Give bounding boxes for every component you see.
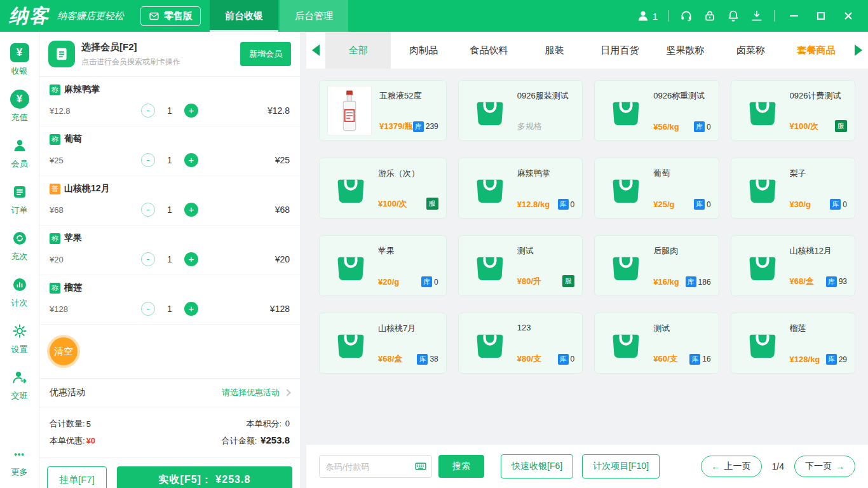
next-page-button[interactable]: 下一页 xyxy=(794,456,855,477)
product-bag-icon xyxy=(323,170,378,207)
support-button[interactable] xyxy=(680,10,693,22)
keyboard-icon[interactable] xyxy=(414,460,427,473)
cart-item[interactable]: 普 山核桃12月 ¥68 1 ¥68 xyxy=(39,176,300,226)
quick-pay-button[interactable]: 快速收银[F6] xyxy=(501,454,573,478)
increase-qty-button[interactable] xyxy=(184,153,198,167)
sidebar-item-recharge-times[interactable]: 充次 xyxy=(0,222,39,269)
sidebar-item-orders[interactable]: 订单 xyxy=(0,176,39,222)
product-card[interactable]: 五粮液52度 ¥1379/瓶 库 239 xyxy=(319,80,447,141)
pay-button[interactable]: 实收[F5]： ¥253.8 xyxy=(117,466,292,488)
tab-front-cashier[interactable]: 前台收银 xyxy=(210,0,278,32)
product-card[interactable]: 测试 ¥80/升 服 xyxy=(458,235,583,296)
decrease-qty-button[interactable] xyxy=(141,302,155,316)
stock-count: 186 xyxy=(698,278,711,287)
scroll-categories-right-button[interactable] xyxy=(849,32,868,69)
category-tab[interactable]: 坚果散称 xyxy=(653,32,718,69)
edition-badge[interactable]: 零售版 xyxy=(140,6,201,26)
cart-item-price: ¥68 xyxy=(50,205,107,215)
notifications-button[interactable] xyxy=(727,10,740,22)
clear-cart-button[interactable]: 清空 xyxy=(47,335,80,368)
shift-change-icon xyxy=(10,368,29,387)
product-note: 多规格 xyxy=(517,121,542,132)
cart-item[interactable]: 称 苹果 ¥20 1 ¥20 xyxy=(39,226,300,275)
product-card[interactable]: 山核桃7月 ¥68/盒 库 38 xyxy=(319,313,447,374)
sidebar-item-shift-change[interactable]: 交班 xyxy=(0,362,39,408)
qty-stepper: 1 xyxy=(107,252,233,266)
product-card[interactable]: 苹果 ¥20/g 库 0 xyxy=(319,235,447,296)
category-tab[interactable]: 日用百货 xyxy=(587,32,653,69)
cart-item[interactable]: 称 麻辣鸭掌 ¥12.8 1 ¥12.8 xyxy=(39,77,300,126)
product-card[interactable]: 游乐（次） ¥100/次 服 xyxy=(319,158,447,219)
product-bag-icon xyxy=(323,247,378,284)
product-card[interactable]: 0926计费测试 ¥100/次 服 xyxy=(731,80,855,141)
product-card[interactable]: 山核桃12月 ¥68/盒 库 93 xyxy=(731,235,855,296)
stock-badge: 库 xyxy=(558,354,569,365)
maximize-button[interactable] xyxy=(813,8,829,24)
search-button[interactable]: 搜索 xyxy=(438,455,484,478)
stock-badge: 库 xyxy=(826,354,837,365)
product-price: ¥56/kg xyxy=(653,122,679,132)
decrease-qty-button[interactable] xyxy=(141,104,155,118)
sidebar-item-count-times[interactable]: 计次 xyxy=(0,269,39,315)
product-card[interactable]: 榴莲 ¥128/kg 库 29 xyxy=(731,313,855,374)
prev-page-button[interactable]: 上一页 xyxy=(701,456,762,477)
product-card[interactable]: 梨子 ¥30/g 库 0 xyxy=(731,158,855,219)
chevron-left-icon xyxy=(312,44,320,56)
product-bag-icon xyxy=(463,170,517,207)
sidebar-item-label: 订单 xyxy=(11,205,28,216)
sidebar-item-member[interactable]: 会员 xyxy=(0,130,39,176)
product-name: 麻辣鸭掌 xyxy=(517,168,574,179)
sidebar-item-settings[interactable]: 设置 xyxy=(0,315,39,362)
online-users-button[interactable]: 1 xyxy=(637,10,658,22)
qty-value: 1 xyxy=(155,105,184,116)
product-name: 测试 xyxy=(653,323,710,334)
add-member-button[interactable]: 新增会员 xyxy=(240,42,291,66)
member-select-header[interactable]: 选择会员[F2] 点击进行会员搜索或刷卡操作 新增会员 xyxy=(39,32,300,77)
category-tab[interactable]: 服装 xyxy=(522,32,587,69)
cart-item[interactable]: 称 葡萄 ¥25 1 ¥25 xyxy=(39,126,300,176)
recharge-icon xyxy=(10,90,29,109)
count-item-button[interactable]: 计次项目[F10] xyxy=(582,454,660,478)
increase-qty-button[interactable] xyxy=(184,302,198,316)
product-card[interactable]: 麻辣鸭掌 ¥12.8/kg 库 0 xyxy=(458,158,583,219)
decrease-qty-button[interactable] xyxy=(141,153,155,167)
increase-qty-button[interactable] xyxy=(184,252,198,266)
top-tabs: 前台收银 后台管理 xyxy=(210,0,349,32)
stock-badge: 库 xyxy=(413,121,424,132)
product-card[interactable]: 后腿肉 ¥16/kg 库 186 xyxy=(594,235,719,296)
increase-qty-button[interactable] xyxy=(184,203,198,217)
stock-count: 0 xyxy=(707,123,711,132)
product-card[interactable]: 0926称重测试 ¥56/kg 库 0 xyxy=(594,80,719,141)
product-card[interactable]: 123 ¥80/支 库 0 xyxy=(458,313,583,374)
sidebar-item-cashier[interactable]: 收银 xyxy=(0,37,39,83)
category-tab[interactable]: 肉制品 xyxy=(391,32,456,69)
lock-screen-button[interactable] xyxy=(703,10,716,22)
product-name: 山核桃7月 xyxy=(378,323,438,334)
download-button[interactable] xyxy=(750,10,763,22)
stock-count: 0 xyxy=(843,200,847,209)
sidebar-item-label: 充次 xyxy=(11,251,28,262)
tab-back-admin[interactable]: 后台管理 xyxy=(280,0,348,32)
cart-item-price: ¥20 xyxy=(50,255,107,264)
category-tab[interactable]: 卤菜称 xyxy=(718,32,783,69)
cart-item[interactable]: 称 榴莲 ¥128 1 ¥128 xyxy=(39,275,300,325)
product-card[interactable]: 0926服装测试 多规格 xyxy=(458,80,583,141)
promo-label: 优惠活动 xyxy=(50,387,85,398)
category-tab-combo[interactable]: 套餐商品 xyxy=(783,32,849,69)
hold-order-button[interactable]: 挂单[F7] xyxy=(47,466,107,488)
scroll-categories-left-button[interactable] xyxy=(306,32,325,69)
decrease-qty-button[interactable] xyxy=(141,203,155,217)
category-tab[interactable]: 食品饮料 xyxy=(456,32,522,69)
product-card[interactable]: 测试 ¥60/支 库 16 xyxy=(594,313,719,374)
select-promo-link[interactable]: 请选择优惠活动 xyxy=(222,387,280,398)
decrease-qty-button[interactable] xyxy=(141,252,155,266)
close-button[interactable] xyxy=(840,8,857,24)
stock-badge: 库 xyxy=(421,276,432,287)
promo-row: 优惠活动 请选择优惠活动 xyxy=(39,378,300,407)
product-card[interactable]: 葡萄 ¥25/g 库 0 xyxy=(594,158,719,219)
sidebar-item-recharge[interactable]: 充值 xyxy=(0,83,39,130)
category-tab-all[interactable]: 全部 xyxy=(325,32,391,69)
sidebar-item-more[interactable]: 更多 xyxy=(0,438,39,484)
minimize-button[interactable] xyxy=(785,8,802,24)
increase-qty-button[interactable] xyxy=(184,104,198,118)
